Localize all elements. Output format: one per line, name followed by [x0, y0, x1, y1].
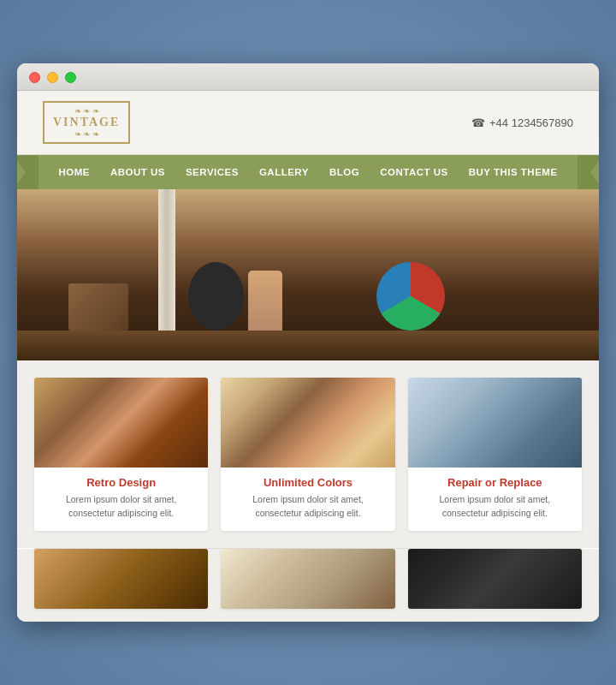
- hero-table: [17, 331, 599, 360]
- card-colors-image: [221, 378, 394, 468]
- nav-item-about[interactable]: ABOUT US: [100, 162, 175, 182]
- phone-area: ☎ +44 1234567890: [471, 116, 573, 129]
- hero-clock: [188, 262, 244, 331]
- card-retro-title: Retro Design: [44, 476, 198, 489]
- card-bottom-3: [408, 549, 582, 609]
- nav-item-blog[interactable]: BLOG: [319, 162, 370, 182]
- card-repair-text: Lorem ipsum dolor sit amet, consectetur …: [418, 493, 572, 521]
- site-header: ❧ ❧ ❧ VINTAGE ❧ ❧ ❧ ☎ +44 1234567890: [17, 91, 599, 155]
- nav-link-gallery[interactable]: GALLERY: [249, 162, 319, 182]
- logo-ornament-top: ❧ ❧ ❧: [53, 106, 120, 116]
- logo-box: ❧ ❧ ❧ VINTAGE ❧ ❧ ❧: [43, 101, 130, 144]
- card-repair-title: Repair or Replace: [418, 476, 572, 489]
- logo-text: VINTAGE: [53, 116, 120, 129]
- logo-area: ❧ ❧ ❧ VINTAGE ❧ ❧ ❧: [43, 101, 130, 144]
- phone-number: +44 1234567890: [489, 116, 573, 129]
- hero-radio: [68, 283, 128, 331]
- card-repair-body: Repair or Replace Lorem ipsum dolor sit …: [408, 468, 582, 531]
- nav-link-services[interactable]: SERVICES: [175, 162, 249, 182]
- hero-section: [17, 189, 599, 360]
- minimize-button[interactable]: [47, 72, 58, 83]
- nav-bar: HOME ABOUT US SERVICES GALLERY BLOG CONT…: [17, 155, 599, 189]
- card-colors-title: Unlimited Colors: [231, 476, 384, 489]
- nav-link-about[interactable]: ABOUT US: [100, 162, 175, 182]
- cards-bottom-section: [17, 549, 599, 622]
- card-repair-replace: Repair or Replace Lorem ipsum dolor sit …: [408, 378, 582, 531]
- nav-item-contact[interactable]: CONTACT US: [370, 162, 459, 182]
- close-button[interactable]: [29, 72, 40, 83]
- card-colors-text: Lorem ipsum dolor sit amet, consectetur …: [231, 493, 384, 521]
- nav-items: HOME ABOUT US SERVICES GALLERY BLOG CONT…: [48, 155, 567, 189]
- nav-item-services[interactable]: SERVICES: [175, 162, 249, 182]
- card-retro-design: Retro Design Lorem ipsum dolor sit amet,…: [34, 378, 208, 531]
- card-retro-image: [34, 378, 208, 468]
- nav-item-home[interactable]: HOME: [48, 162, 100, 182]
- nav-link-buy[interactable]: BUY THIS THEME: [459, 162, 568, 182]
- card-bottom-1: [34, 549, 208, 609]
- card-colors-body: Unlimited Colors Lorem ipsum dolor sit a…: [221, 468, 394, 531]
- hero-scene: [17, 189, 599, 360]
- logo-ornament-bottom: ❧ ❧ ❧: [53, 129, 120, 139]
- browser-chrome: [17, 63, 599, 91]
- hero-fan: [376, 262, 445, 331]
- card-unlimited-colors: Unlimited Colors Lorem ipsum dolor sit a…: [221, 378, 394, 531]
- browser-window: ❧ ❧ ❧ VINTAGE ❧ ❧ ❧ ☎ +44 1234567890 HOM…: [17, 63, 599, 622]
- nav-item-buy[interactable]: BUY THIS THEME: [459, 162, 568, 182]
- cards-section: Retro Design Lorem ipsum dolor sit amet,…: [17, 360, 599, 548]
- website-content: ❧ ❧ ❧ VINTAGE ❧ ❧ ❧ ☎ +44 1234567890 HOM…: [17, 91, 599, 622]
- nav-item-gallery[interactable]: GALLERY: [249, 162, 319, 182]
- hero-hand: [248, 271, 282, 331]
- card-bottom-2: [221, 549, 394, 609]
- nav-ribbon-left: [17, 155, 38, 189]
- card-retro-body: Retro Design Lorem ipsum dolor sit amet,…: [34, 468, 208, 531]
- maximize-button[interactable]: [65, 72, 76, 83]
- nav-link-home[interactable]: HOME: [48, 162, 100, 182]
- card-repair-image: [408, 378, 582, 468]
- nav-link-blog[interactable]: BLOG: [319, 162, 370, 182]
- nav-link-contact[interactable]: CONTACT US: [370, 162, 459, 182]
- phone-icon: ☎: [471, 116, 485, 129]
- nav-ribbon-right: [578, 155, 599, 189]
- card-retro-text: Lorem ipsum dolor sit amet, consectetur …: [44, 493, 198, 521]
